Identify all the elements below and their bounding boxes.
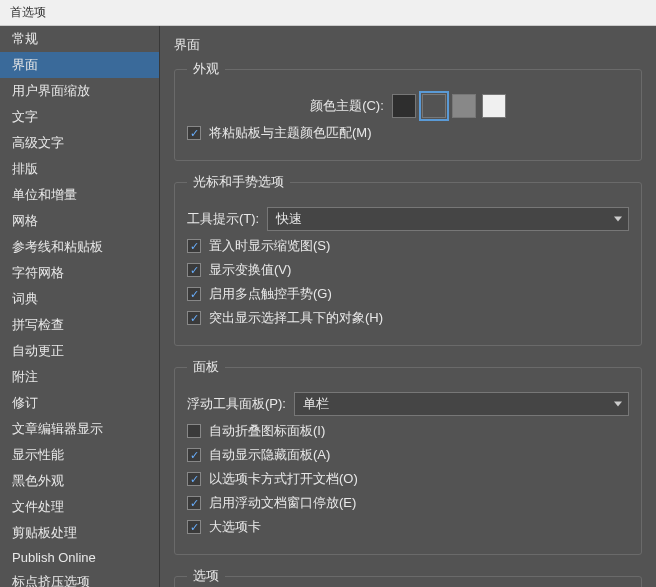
cursor-opt-checkbox-2[interactable]: [187, 287, 201, 301]
cursor-opt-checkbox-3[interactable]: [187, 311, 201, 325]
cursor-opt-label-2: 启用多点触控手势(G): [209, 285, 332, 303]
panel-opt-checkbox-2[interactable]: [187, 472, 201, 486]
appearance-legend: 外观: [187, 60, 225, 78]
panels-legend: 面板: [187, 358, 225, 376]
match-pasteboard-label: 将粘贴板与主题颜色匹配(M): [209, 124, 372, 142]
window-title: 首选项: [10, 5, 46, 19]
theme-swatch-3[interactable]: [482, 94, 506, 118]
tooltip-label: 工具提示(T):: [187, 210, 259, 228]
sidebar-item-3[interactable]: 文字: [0, 104, 159, 130]
sidebar-item-6[interactable]: 单位和增量: [0, 182, 159, 208]
panel-opt-checkbox-4[interactable]: [187, 520, 201, 534]
sidebar-item-16[interactable]: 显示性能: [0, 442, 159, 468]
sidebar-item-8[interactable]: 参考线和粘贴板: [0, 234, 159, 260]
match-pasteboard-checkbox[interactable]: [187, 126, 201, 140]
theme-swatch-0[interactable]: [392, 94, 416, 118]
sidebar-item-11[interactable]: 拼写检查: [0, 312, 159, 338]
floating-panel-value: 单栏: [303, 396, 329, 411]
sidebar-item-19[interactable]: 剪贴板处理: [0, 520, 159, 546]
cursor-legend: 光标和手势选项: [187, 173, 290, 191]
theme-swatch-1[interactable]: [422, 94, 446, 118]
sidebar-item-14[interactable]: 修订: [0, 390, 159, 416]
cursor-opt-label-3: 突出显示选择工具下的对象(H): [209, 309, 383, 327]
tooltip-value: 快速: [276, 211, 302, 226]
theme-swatch-2[interactable]: [452, 94, 476, 118]
sidebar-item-5[interactable]: 排版: [0, 156, 159, 182]
main-container: 常规界面用户界面缩放文字高级文字排版单位和增量网格参考线和粘贴板字符网格词典拼写…: [0, 26, 656, 587]
panels-section: 面板 浮动工具面板(P): 单栏 自动折叠图标面板(I)自动显示隐藏面板(A)以…: [174, 358, 642, 555]
content-panel: 界面 外观 颜色主题(C): 将粘贴板与主题颜色匹配(M) 光标和手势选项 工具…: [160, 26, 656, 587]
options-section: 选项 手形工具: 较佳性能 较佳品质 无灰条化显示: [174, 567, 642, 587]
sidebar-item-0[interactable]: 常规: [0, 26, 159, 52]
window-titlebar: 首选项: [0, 0, 656, 26]
panel-opt-label-4: 大选项卡: [209, 518, 261, 536]
panel-opt-label-0: 自动折叠图标面板(I): [209, 422, 325, 440]
sidebar-item-10[interactable]: 词典: [0, 286, 159, 312]
options-legend: 选项: [187, 567, 225, 585]
sidebar-item-4[interactable]: 高级文字: [0, 130, 159, 156]
cursor-opt-label-0: 置入时显示缩览图(S): [209, 237, 330, 255]
sidebar-item-12[interactable]: 自动更正: [0, 338, 159, 364]
panel-opt-checkbox-3[interactable]: [187, 496, 201, 510]
floating-panel-select[interactable]: 单栏: [294, 392, 629, 416]
sidebar-item-13[interactable]: 附注: [0, 364, 159, 390]
tooltip-select[interactable]: 快速: [267, 207, 629, 231]
sidebar-item-7[interactable]: 网格: [0, 208, 159, 234]
sidebar-item-21[interactable]: 标点挤压选项: [0, 569, 159, 587]
floating-panel-label: 浮动工具面板(P):: [187, 395, 286, 413]
color-theme-swatches: [392, 94, 506, 118]
cursor-opt-checkbox-0[interactable]: [187, 239, 201, 253]
cursor-opt-label-1: 显示变换值(V): [209, 261, 291, 279]
sidebar-item-15[interactable]: 文章编辑器显示: [0, 416, 159, 442]
panel-opt-label-1: 自动显示隐藏面板(A): [209, 446, 330, 464]
sidebar-item-18[interactable]: 文件处理: [0, 494, 159, 520]
sidebar-item-2[interactable]: 用户界面缩放: [0, 78, 159, 104]
sidebar-item-1[interactable]: 界面: [0, 52, 159, 78]
panel-opt-checkbox-1[interactable]: [187, 448, 201, 462]
sidebar-item-17[interactable]: 黑色外观: [0, 468, 159, 494]
page-title: 界面: [174, 36, 642, 54]
panel-opt-label-2: 以选项卡方式打开文档(O): [209, 470, 358, 488]
sidebar-item-20[interactable]: Publish Online: [0, 546, 159, 569]
sidebar: 常规界面用户界面缩放文字高级文字排版单位和增量网格参考线和粘贴板字符网格词典拼写…: [0, 26, 160, 587]
cursor-section: 光标和手势选项 工具提示(T): 快速 置入时显示缩览图(S)显示变换值(V)启…: [174, 173, 642, 346]
cursor-opt-checkbox-1[interactable]: [187, 263, 201, 277]
appearance-section: 外观 颜色主题(C): 将粘贴板与主题颜色匹配(M): [174, 60, 642, 161]
panel-opt-checkbox-0[interactable]: [187, 424, 201, 438]
sidebar-item-9[interactable]: 字符网格: [0, 260, 159, 286]
color-theme-label: 颜色主题(C):: [310, 97, 384, 115]
panel-opt-label-3: 启用浮动文档窗口停放(E): [209, 494, 356, 512]
